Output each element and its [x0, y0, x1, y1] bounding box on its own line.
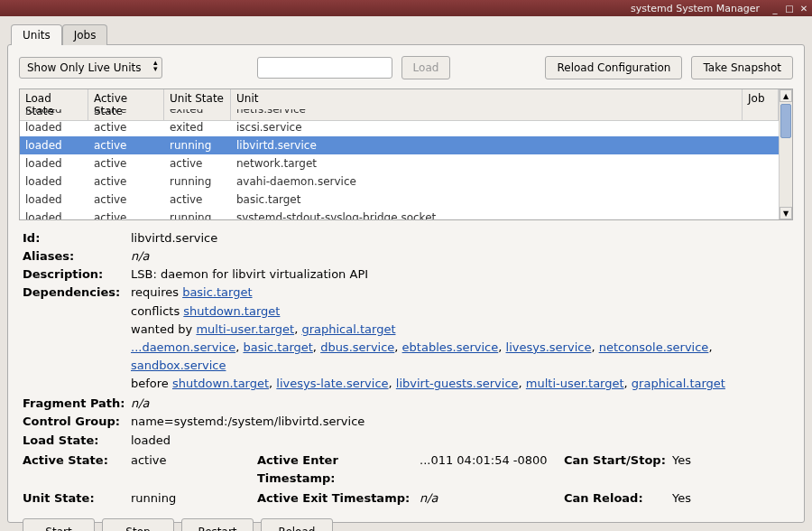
label-aliases: Aliases: [23, 247, 131, 266]
dep-link[interactable]: netconsole.service [599, 340, 709, 354]
deps-requires: requires basic.target [131, 284, 789, 302]
value-active-exit: n/a [420, 489, 564, 508]
filter-combo[interactable]: Show Only Live Units ▴▾ [19, 57, 162, 79]
cell-unit-state: active [164, 156, 231, 171]
dep-link[interactable]: shutdown.target [172, 377, 269, 390]
scrollbar[interactable]: ▲ ▼ [779, 89, 792, 219]
table-row[interactable]: loadedactiverunninglibvirtd.service [20, 136, 779, 154]
cell-unit-state: exited [164, 109, 231, 116]
value-unit-state: running [131, 489, 257, 508]
tabs: Units Jobs [11, 23, 805, 44]
value-can-reload: Yes [672, 489, 708, 508]
value-active-enter: ...011 04:01:54 -0800 [420, 452, 564, 488]
tab-jobs[interactable]: Jobs [62, 24, 108, 45]
cell-load-state: loaded [20, 192, 88, 207]
load-button[interactable]: Load [401, 56, 451, 79]
toolbar: Show Only Live Units ▴▾ Load Reload Conf… [19, 56, 793, 79]
label-load-state: Load State: [23, 432, 131, 450]
take-snapshot-button[interactable]: Take Snapshot [691, 56, 793, 79]
scroll-down-icon[interactable]: ▼ [780, 207, 792, 219]
dep-link[interactable]: multi-user.target [526, 377, 624, 390]
filter-combo-label: Show Only Live Units [27, 61, 142, 74]
deps-before: before shutdown.target, livesys-late.ser… [131, 375, 789, 393]
cell-load-state: loaded [20, 210, 88, 219]
cell-load-state: loaded [20, 156, 88, 171]
titlebar: systemd System Manager _ □ ✕ [0, 0, 812, 16]
value-description: LSB: daemon for libvirt virtualization A… [131, 266, 789, 284]
label-dependencies: Dependencies: [23, 284, 131, 302]
combo-spinner-icon: ▴▾ [153, 60, 158, 72]
scroll-up-icon[interactable]: ▲ [780, 89, 792, 102]
cell-load-state: loaded [20, 109, 88, 116]
restart-button[interactable]: Restart [181, 518, 254, 531]
table-row[interactable]: loadedactiveexitediscsi.service [20, 118, 779, 136]
table-row[interactable]: loadedactiverunningavahi-daemon.service [20, 172, 779, 191]
reload-configuration-button[interactable]: Reload Configuration [545, 56, 682, 79]
value-load-state: loaded [131, 432, 789, 450]
cell-unit: avahi-daemon.service [231, 174, 743, 189]
start-button[interactable]: Start [23, 518, 95, 531]
action-row: Start Stop Restart Reload [23, 518, 789, 531]
cell-unit: basic.target [231, 192, 743, 207]
dep-link[interactable]: shutdown.target [183, 304, 280, 318]
label-unit-state: Unit State: [23, 489, 131, 508]
cell-active-state: active [88, 174, 164, 189]
dep-link[interactable]: ebtables.service [402, 340, 499, 354]
scroll-thumb[interactable] [780, 104, 791, 138]
table-row[interactable]: loadedactiveactivebasic.target [20, 191, 779, 209]
dep-link[interactable]: ...daemon.service [131, 340, 235, 354]
cell-unit-state: active [164, 192, 231, 207]
dep-link[interactable]: livesys.service [506, 340, 592, 354]
label-can-reload: Can Reload: [564, 489, 672, 508]
cell-unit-state: exited [164, 120, 231, 135]
cell-job [743, 138, 779, 153]
cell-unit-state: running [164, 138, 231, 153]
cell-job [743, 174, 779, 189]
value-control-group: name=systemd:/system/libvirtd.service [131, 413, 789, 431]
cell-active-state: active [88, 156, 164, 171]
cell-active-state: active [88, 138, 164, 153]
maximize-icon[interactable]: □ [783, 2, 796, 14]
stop-button[interactable]: Stop [102, 518, 174, 531]
dep-link[interactable]: dbus.service [320, 340, 394, 354]
cell-job [743, 120, 779, 135]
dep-link[interactable]: graphical.target [301, 322, 395, 336]
dep-link[interactable]: sandbox.service [131, 359, 226, 372]
cell-unit: netfs.service [231, 109, 743, 116]
dep-link[interactable]: basic.target [182, 285, 252, 299]
table-row[interactable]: loadedactiverunningsystemd-stdout-syslog… [20, 209, 779, 219]
dep-link[interactable]: multi-user.target [196, 322, 294, 336]
cell-job [743, 210, 779, 219]
dep-link[interactable]: graphical.target [632, 377, 725, 390]
reload-button[interactable]: Reload [261, 518, 333, 531]
minimize-icon[interactable]: _ [769, 2, 781, 14]
window-body: Units Jobs Show Only Live Units ▴▾ Load … [0, 16, 812, 531]
dep-link[interactable]: livesys-late.service [276, 377, 388, 390]
details: Id: libvirtd.service Aliases: n/a Descri… [19, 220, 793, 531]
table-row[interactable]: loadedactiveexitednetfs.service [20, 109, 779, 118]
value-active-state: active [131, 452, 257, 488]
label-active-exit: Active Exit Timestamp: [257, 489, 420, 508]
units-table: Load State Active State Unit State Unit … [19, 88, 793, 220]
cell-active-state: active [88, 210, 164, 219]
table-body: loadedactiveexitednetfs.serviceloadedact… [20, 109, 779, 219]
unit-name-input[interactable] [257, 57, 392, 79]
label-active-state: Active State: [23, 452, 131, 488]
dep-link[interactable]: libvirt-guests.service [396, 377, 519, 390]
label-id: Id: [23, 229, 131, 247]
cell-load-state: loaded [20, 138, 88, 153]
close-icon[interactable]: ✕ [798, 2, 810, 14]
cell-active-state: active [88, 120, 164, 135]
cell-job [743, 192, 779, 207]
cell-job [743, 156, 779, 171]
cell-job [743, 109, 779, 116]
dep-link[interactable]: basic.target [243, 340, 312, 354]
cell-load-state: loaded [20, 174, 88, 189]
cell-unit: network.target [231, 156, 743, 171]
table-row[interactable]: loadedactiveactivenetwork.target [20, 154, 779, 172]
cell-unit-state: running [164, 210, 231, 219]
cell-load-state: loaded [20, 120, 88, 135]
panel: Show Only Live Units ▴▾ Load Reload Conf… [7, 44, 805, 523]
tab-units[interactable]: Units [11, 24, 62, 45]
value-can-start-stop: Yes [672, 452, 708, 488]
